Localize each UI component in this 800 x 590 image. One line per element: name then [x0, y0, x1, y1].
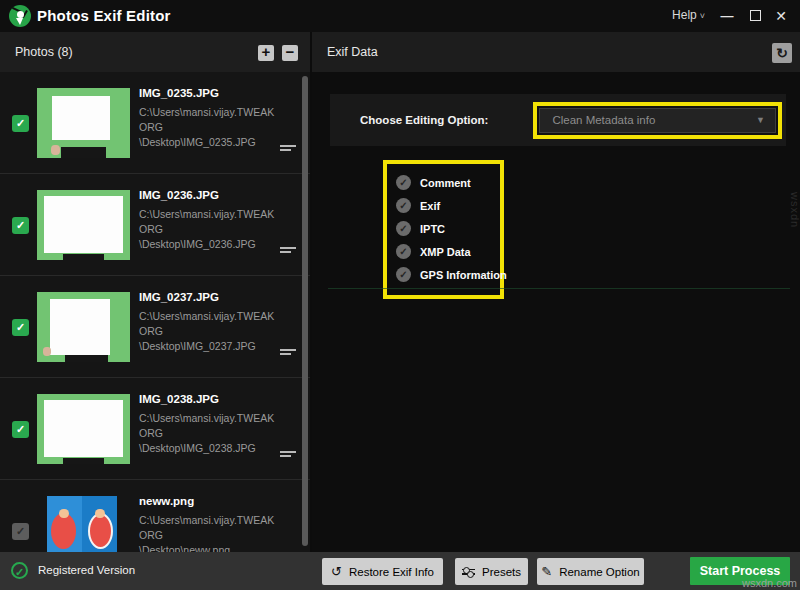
photo-filename: IMG_0237.JPG: [139, 291, 280, 303]
check-circle-icon: ✓: [396, 267, 411, 282]
chevron-down-icon: ▼: [756, 115, 765, 125]
item-menu-icon[interactable]: [280, 245, 296, 253]
main-area: Photos (8) + − ✓IMG_0235.JPGC:\Users\man…: [0, 32, 800, 552]
photo-path: C:\Users\mansi.vijay.TWEAKORG\Desktop\ne…: [139, 513, 280, 552]
sliders-icon: [462, 566, 475, 578]
metadata-option-label: Comment: [420, 177, 471, 189]
metadata-option-label: XMP Data: [420, 246, 471, 258]
presets-button[interactable]: Presets: [455, 558, 528, 585]
item-menu-icon[interactable]: [280, 449, 296, 457]
restore-exif-button[interactable]: ↺ Restore Exif Info: [322, 558, 443, 585]
app-logo-icon: [9, 5, 31, 27]
side-watermark: wsxdn: [789, 192, 800, 228]
photo-thumbnail: [37, 88, 130, 158]
photos-panel-header: Photos (8) + −: [0, 32, 310, 72]
list-scrollbar[interactable]: [302, 76, 308, 546]
photo-list-item[interactable]: ✓IMG_0238.JPGC:\Users\mansi.vijay.TWEAKO…: [0, 378, 310, 480]
minimize-button[interactable]: —: [712, 0, 742, 32]
refresh-icon[interactable]: ↻: [772, 43, 792, 63]
add-photos-button[interactable]: +: [258, 45, 274, 61]
editing-option-dropdown[interactable]: Clean Metadata info ▼: [539, 108, 776, 133]
check-circle-icon: ✓: [396, 221, 411, 236]
metadata-option[interactable]: ✓IPTC: [396, 217, 492, 240]
photo-thumbnail: [37, 190, 130, 260]
photo-list-item[interactable]: ✓IMG_0237.JPGC:\Users\mansi.vijay.TWEAKO…: [0, 276, 310, 378]
photo-path: C:\Users\mansi.vijay.TWEAKORG\Desktop\IM…: [139, 105, 280, 150]
pencil-icon: ✎: [541, 564, 552, 579]
item-menu-icon[interactable]: [280, 143, 296, 151]
exif-data-panel: Exif Data ↻ Choose Editing Option: Clean…: [312, 32, 800, 552]
photo-thumbnail: [47, 496, 117, 552]
metadata-option-label: GPS Information: [420, 269, 507, 281]
photo-thumbnail: [37, 292, 130, 362]
check-circle-icon: ✓: [396, 244, 411, 259]
bottom-bar: ✓ Registered Version ↺ Restore Exif Info…: [0, 552, 800, 590]
watermark-text: wsxdn.com: [742, 577, 797, 589]
item-menu-icon[interactable]: [280, 347, 296, 355]
check-circle-icon: ✓: [396, 198, 411, 213]
restore-icon: ↺: [331, 564, 342, 579]
photos-panel: Photos (8) + − ✓IMG_0235.JPGC:\Users\man…: [0, 32, 310, 552]
photo-meta: neww.pngC:\Users\mansi.vijay.TWEAKORG\De…: [139, 495, 280, 552]
maximize-icon: [750, 10, 761, 21]
help-caret-icon: ˅: [700, 11, 705, 21]
photo-path: C:\Users\mansi.vijay.TWEAKORG\Desktop\IM…: [139, 207, 280, 252]
photo-checkbox[interactable]: ✓: [12, 319, 29, 336]
check-circle-icon: ✓: [396, 175, 411, 190]
photo-filename: IMG_0238.JPG: [139, 393, 280, 405]
metadata-checklist: ✓Comment✓Exif✓IPTC✓XMP Data✓GPS Informat…: [383, 160, 504, 299]
metadata-option-label: Exif: [420, 200, 440, 212]
photo-thumbnail: [37, 394, 130, 464]
photo-meta: IMG_0238.JPGC:\Users\mansi.vijay.TWEAKOR…: [139, 393, 280, 456]
photo-path: C:\Users\mansi.vijay.TWEAKORG\Desktop\IM…: [139, 309, 280, 354]
photo-meta: IMG_0235.JPGC:\Users\mansi.vijay.TWEAKOR…: [139, 87, 280, 150]
metadata-option[interactable]: ✓Comment: [396, 171, 492, 194]
app-window: Photos Exif Editor Help˅ — ✕ Photos (8) …: [0, 0, 800, 590]
metadata-option[interactable]: ✓GPS Information: [396, 263, 492, 286]
registered-check-icon: ✓: [11, 562, 28, 579]
help-menu[interactable]: Help˅: [672, 8, 705, 22]
photo-meta: IMG_0237.JPGC:\Users\mansi.vijay.TWEAKOR…: [139, 291, 280, 354]
photo-list-item[interactable]: ✓neww.pngC:\Users\mansi.vijay.TWEAKORG\D…: [0, 480, 310, 552]
photo-path: C:\Users\mansi.vijay.TWEAKORG\Desktop\IM…: [139, 411, 280, 456]
photo-filename: IMG_0235.JPG: [139, 87, 280, 99]
rename-option-button[interactable]: ✎ Rename Option: [537, 558, 644, 585]
photo-checkbox[interactable]: ✓: [12, 217, 29, 234]
registered-version-label: Registered Version: [38, 564, 135, 576]
dropdown-highlight-box: Clean Metadata info ▼: [533, 102, 782, 139]
close-button[interactable]: ✕: [766, 0, 796, 32]
photo-checkbox[interactable]: ✓: [12, 115, 29, 132]
photo-checkbox[interactable]: ✓: [12, 421, 29, 438]
separator-line: [328, 288, 790, 289]
photos-count-label: Photos (8): [0, 45, 73, 59]
titlebar: Photos Exif Editor Help˅ — ✕: [0, 0, 800, 32]
app-title: Photos Exif Editor: [37, 7, 171, 24]
metadata-option[interactable]: ✓Exif: [396, 194, 492, 217]
metadata-option-label: IPTC: [420, 223, 445, 235]
exif-panel-header: Exif Data ↻: [312, 32, 800, 72]
photo-list-item[interactable]: ✓IMG_0236.JPGC:\Users\mansi.vijay.TWEAKO…: [0, 174, 310, 276]
photo-filename: IMG_0236.JPG: [139, 189, 280, 201]
photo-meta: IMG_0236.JPGC:\Users\mansi.vijay.TWEAKOR…: [139, 189, 280, 252]
exif-panel-title: Exif Data: [312, 45, 378, 59]
photo-list-item[interactable]: ✓IMG_0235.JPGC:\Users\mansi.vijay.TWEAKO…: [0, 72, 310, 174]
photo-filename: neww.png: [139, 495, 280, 507]
remove-photos-button[interactable]: −: [282, 45, 298, 61]
choose-editing-row: Choose Editing Option: Clean Metadata in…: [330, 94, 786, 146]
choose-editing-label: Choose Editing Option:: [330, 114, 488, 126]
photo-list: ✓IMG_0235.JPGC:\Users\mansi.vijay.TWEAKO…: [0, 72, 310, 552]
photo-checkbox[interactable]: ✓: [12, 523, 29, 540]
dropdown-selected-value: Clean Metadata info: [552, 114, 655, 126]
metadata-option[interactable]: ✓XMP Data: [396, 240, 492, 263]
